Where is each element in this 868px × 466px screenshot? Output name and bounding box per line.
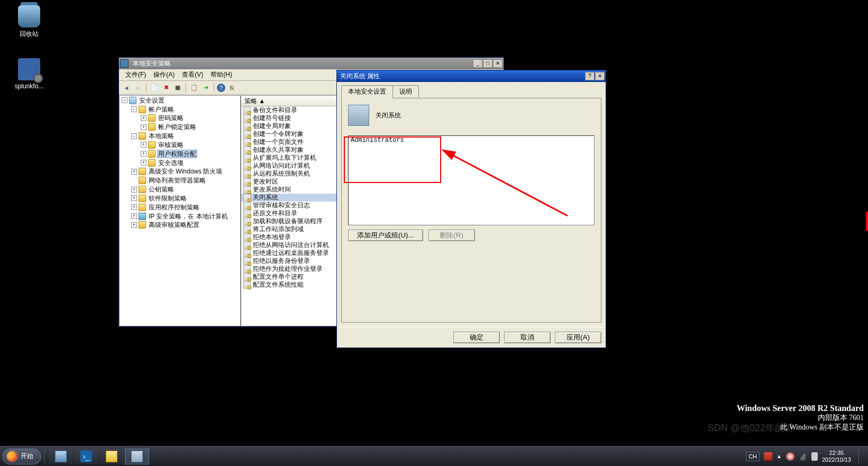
menu-help[interactable]: 帮助(H) xyxy=(207,69,235,80)
recycle-bin-icon[interactable]: 回收站 xyxy=(11,5,48,39)
tray-overflow-button[interactable]: ▲ xyxy=(776,453,782,459)
policy-item-label: 配置文件系统性能 xyxy=(253,280,304,289)
tree-audit-policy[interactable]: +审核策略 xyxy=(141,140,240,149)
apply-button[interactable]: 应用(A) xyxy=(555,332,601,343)
clock[interactable]: 22:35 2022/10/13 xyxy=(822,450,851,463)
taskbar-secpol[interactable] xyxy=(125,449,149,464)
policy-item-icon xyxy=(243,123,251,130)
tree-lockout-policy[interactable]: +帐户锁定策略 xyxy=(141,122,240,131)
time-text: 22:35 xyxy=(822,450,851,456)
policy-item-icon xyxy=(243,226,251,233)
explorer-icon xyxy=(106,451,117,462)
taskbar: 开始 ›_ CH ▲ 22:35 2022/10/13 xyxy=(0,446,868,466)
tree-netlist[interactable]: 网络列表管理器策略 xyxy=(131,176,240,185)
back-button[interactable]: ◄ xyxy=(121,83,132,93)
members-listbox[interactable]: Administrators xyxy=(348,135,595,225)
forward-button[interactable]: ► xyxy=(133,83,143,93)
tree-pane[interactable]: −安全设置 −帐户策略 +密码策略 +帐户锁定策略 −本地策略 +审核策略 +用… xyxy=(119,95,241,326)
member-item[interactable]: Administrators xyxy=(349,136,594,144)
start-button[interactable]: 开始 xyxy=(2,449,41,464)
policy-item-icon xyxy=(243,178,251,186)
close-button[interactable]: ✕ xyxy=(493,59,502,68)
props-title: 关闭系统 属性 xyxy=(338,72,585,81)
taskbar-powershell[interactable]: ›_ xyxy=(74,449,98,464)
splunk-shortcut[interactable]: splunkfo... xyxy=(11,58,48,90)
help-button[interactable]: ? xyxy=(217,84,225,92)
policy-item-icon xyxy=(243,281,251,289)
secpol-icon xyxy=(120,59,129,68)
policy-item-icon xyxy=(243,107,251,114)
tree-ipsec[interactable]: +IP 安全策略，在 本地计算机 xyxy=(131,212,240,221)
start-orb-icon xyxy=(7,451,17,462)
add-user-group-button[interactable]: 添加用户或组(U)... xyxy=(348,230,423,241)
props-close-button[interactable]: ✕ xyxy=(595,72,605,80)
shutdown-properties-dialog: 关闭系统 属性 ? ✕ 本地安全设置 说明 关闭系统 Administrator… xyxy=(336,70,606,348)
volume-icon[interactable] xyxy=(811,452,818,461)
policy-item-icon xyxy=(243,194,251,202)
policy-item-icon xyxy=(243,250,251,257)
show-desktop-button[interactable] xyxy=(858,449,863,464)
context-help-button[interactable]: ? xyxy=(585,72,595,80)
policy-item-icon xyxy=(243,162,251,170)
refresh-button[interactable]: 📋 xyxy=(189,83,199,93)
menu-action[interactable]: 操作(A) xyxy=(150,69,178,80)
minimize-button[interactable]: _ xyxy=(473,59,482,68)
tree-appctrl[interactable]: +应用程序控制策略 xyxy=(131,203,240,212)
tree-pubkey[interactable]: +公钥策略 xyxy=(131,185,240,194)
policy-item-icon xyxy=(243,154,251,162)
tree-security-options[interactable]: +安全选项 xyxy=(141,158,240,167)
splunk-label: splunkfo... xyxy=(11,83,48,90)
secpol-task-icon xyxy=(131,451,143,462)
tree-root[interactable]: −安全设置 −帐户策略 +密码策略 +帐户锁定策略 −本地策略 +审核策略 +用… xyxy=(122,96,240,229)
secpol-title: 本地安全策略 xyxy=(131,59,473,68)
action-center-icon[interactable] xyxy=(786,452,794,461)
watermark-text: SDN @他022年的博 xyxy=(708,422,794,434)
date-text: 2022/10/13 xyxy=(822,456,851,463)
tree-user-rights[interactable]: +用户权限分配 xyxy=(141,149,240,158)
policy-item-icon xyxy=(243,273,251,281)
maximize-button[interactable]: □ xyxy=(483,59,492,68)
ok-button[interactable]: 确定 xyxy=(453,332,500,343)
tree-password-policy[interactable]: +密码策略 xyxy=(141,114,240,123)
delete-button[interactable]: ✖ xyxy=(161,83,171,93)
policy-icon xyxy=(348,105,369,126)
policy-item-icon xyxy=(243,139,251,146)
extra-button[interactable]: ⎘ xyxy=(226,83,237,93)
remove-button[interactable]: 删除(R) xyxy=(428,230,475,241)
cancel-button[interactable]: 取消 xyxy=(504,332,551,343)
export-button[interactable]: ➜ xyxy=(200,83,211,93)
policy-item-icon xyxy=(243,202,251,209)
menu-file[interactable]: 文件(F) xyxy=(122,69,149,80)
tab-explain[interactable]: 说明 xyxy=(392,85,419,98)
policy-item-icon xyxy=(243,266,251,273)
network-icon[interactable] xyxy=(799,452,807,461)
policy-item-icon xyxy=(243,242,251,249)
policy-item-icon xyxy=(243,234,251,241)
tray-app-icon[interactable] xyxy=(764,452,772,461)
tree-adv-audit[interactable]: +高级审核策略配置 xyxy=(131,221,240,230)
tab-local-security[interactable]: 本地安全设置 xyxy=(341,85,393,98)
tree-local-policy[interactable]: −本地策略 +审核策略 +用户权限分配 +安全选项 xyxy=(131,131,240,167)
policy-item-icon xyxy=(243,218,251,225)
menu-view[interactable]: 查看(V) xyxy=(179,69,206,80)
props-titlebar[interactable]: 关闭系统 属性 ? ✕ xyxy=(337,70,606,82)
taskbar-explorer[interactable] xyxy=(99,449,124,464)
powershell-icon: ›_ xyxy=(80,451,92,462)
system-tray: CH ▲ 22:35 2022/10/13 xyxy=(746,449,868,464)
up-button[interactable]: 📄 xyxy=(149,83,160,93)
taskbar-servermanager[interactable] xyxy=(49,449,73,464)
tree-account-policy[interactable]: −帐户策略 +密码策略 +帐户锁定策略 xyxy=(131,105,240,131)
tree-software-restrict[interactable]: +软件限制策略 xyxy=(131,194,240,203)
language-indicator[interactable]: CH xyxy=(746,452,760,461)
app-icon xyxy=(18,58,40,80)
start-label: 开始 xyxy=(21,452,33,461)
server-icon xyxy=(55,451,67,462)
secpol-titlebar[interactable]: 本地安全策略 _ □ ✕ xyxy=(119,58,504,69)
properties-button[interactable]: ▦ xyxy=(172,83,183,93)
tree-firewall[interactable]: +高级安全 Windows 防火墙 xyxy=(131,167,240,176)
tab-panel: 关闭系统 Administrators 添加用户或组(U)... 删除(R) xyxy=(341,98,601,323)
policy-heading: 关闭系统 xyxy=(376,111,401,120)
policy-item-icon xyxy=(243,115,251,122)
policy-item-icon xyxy=(243,186,251,194)
policy-item-icon xyxy=(243,170,251,178)
